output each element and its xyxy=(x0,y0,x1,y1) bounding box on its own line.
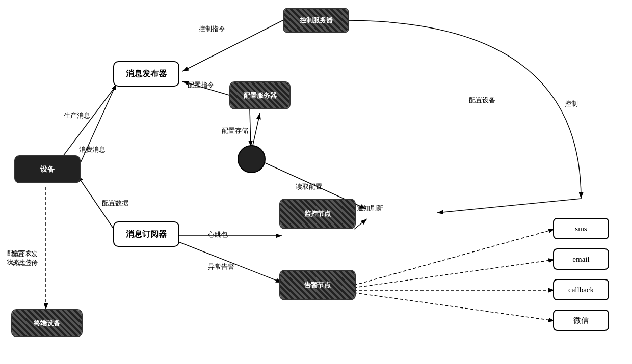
weixin-box: 微信 xyxy=(553,310,609,331)
msg-publisher-box: 消息发布器 xyxy=(113,61,179,87)
config-server-label: 配置服务器 xyxy=(230,82,289,108)
label-read-config: 读取配置 xyxy=(296,182,322,191)
email-box: email xyxy=(553,248,609,270)
label-control-cmd: 控制指令 xyxy=(199,24,225,34)
alert-node-box: 告警节点 xyxy=(279,270,356,300)
callback-box: callback xyxy=(553,279,609,300)
svg-line-7 xyxy=(437,199,581,213)
svg-line-8 xyxy=(76,84,116,172)
svg-line-2 xyxy=(182,20,283,71)
sms-label: sms xyxy=(575,225,587,233)
svg-line-12 xyxy=(354,219,367,229)
label-config-push-status: 配置下发 状态上传 xyxy=(7,248,32,267)
svg-line-13 xyxy=(354,229,555,285)
control-server-box: 控制服务器 xyxy=(283,8,349,33)
msg-subscriber-label: 消息订阅器 xyxy=(126,229,167,240)
callback-label: callback xyxy=(568,286,594,294)
label-config-storage: 配置存储 xyxy=(222,126,248,135)
label-notify-refresh: 通知刷新 xyxy=(357,204,383,213)
bottom-device-label: 终端设备 xyxy=(12,310,82,336)
control-server-label: 控制服务器 xyxy=(284,9,348,32)
config-server-box: 配置服务器 xyxy=(229,81,291,109)
diagram: 控制服务器 消息发布器 配置服务器 设备 消息订阅器 监控节点 告警节点 终端设… xyxy=(0,0,632,364)
svg-line-6 xyxy=(250,109,251,147)
svg-line-16 xyxy=(354,293,555,321)
label-config-device: 配置设备 xyxy=(469,96,495,105)
device-label: 设备 xyxy=(40,165,55,174)
monitor-node-label: 监控节点 xyxy=(280,200,355,228)
label-config-cmd: 配置指令 xyxy=(188,80,214,90)
label-control: 控制 xyxy=(565,99,578,108)
sms-box: sms xyxy=(553,218,609,239)
label-consume-msg: 消费消息 xyxy=(79,145,106,154)
svg-line-4 xyxy=(252,113,260,148)
alert-node-label: 告警节点 xyxy=(280,271,355,299)
msg-publisher-label: 消息发布器 xyxy=(126,69,167,79)
device-box: 设备 xyxy=(14,155,81,183)
label-heartbeat: 心跳包 xyxy=(208,230,228,239)
bottom-device-box: 终端设备 xyxy=(11,309,83,337)
email-label: email xyxy=(572,255,589,264)
config-db-ellipse xyxy=(238,145,266,173)
label-exception-alert: 异常告警 xyxy=(208,262,234,271)
weixin-label: 微信 xyxy=(573,316,589,325)
msg-subscriber-box: 消息订阅器 xyxy=(113,221,179,247)
monitor-node-box: 监控节点 xyxy=(279,199,356,229)
svg-line-14 xyxy=(354,260,555,288)
label-produce-msg: 生产消息 xyxy=(64,111,90,120)
label-config-data: 配置数据 xyxy=(102,199,128,208)
